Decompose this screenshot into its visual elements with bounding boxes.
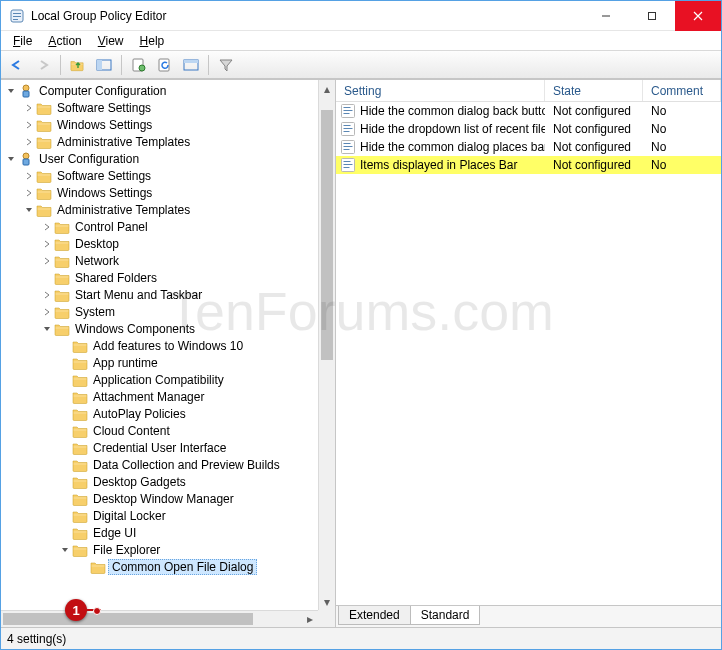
folder-icon	[72, 440, 88, 456]
forward-button[interactable]	[31, 54, 55, 76]
tree-node-user-configuration[interactable]: User Configuration	[3, 150, 335, 167]
expand-icon[interactable]	[41, 325, 53, 333]
tree-node-attachment-manager[interactable]: Attachment Manager	[3, 388, 335, 405]
expand-icon[interactable]	[41, 240, 53, 248]
expand-icon[interactable]	[23, 172, 35, 180]
minimize-button[interactable]	[583, 1, 629, 31]
expand-icon[interactable]	[59, 546, 71, 554]
menu-help[interactable]: Help	[134, 34, 171, 48]
setting-comment: No	[643, 158, 721, 172]
up-one-level-button[interactable]	[66, 54, 90, 76]
tab-extended[interactable]: Extended	[338, 606, 411, 625]
settings-list: Setting State Comment Hide the common di…	[336, 80, 721, 605]
tree-node-cloud-content[interactable]: Cloud Content	[3, 422, 335, 439]
scroll-thumb[interactable]	[321, 110, 333, 360]
settings-row[interactable]: Hide the dropdown list of recent filesNo…	[336, 120, 721, 138]
folder-icon	[36, 117, 52, 133]
show-hide-tree-button[interactable]	[92, 54, 116, 76]
svg-point-16	[23, 85, 29, 91]
setting-name: Items displayed in Places Bar	[360, 158, 517, 172]
expand-icon[interactable]	[41, 308, 53, 316]
view-tabs: Extended Standard	[336, 605, 721, 627]
expand-icon[interactable]	[23, 121, 35, 129]
svg-rect-10	[97, 60, 102, 70]
tree-node-software-settings[interactable]: Software Settings	[3, 99, 335, 116]
scroll-down-icon[interactable]: ▾	[319, 593, 335, 610]
refresh-button[interactable]	[153, 54, 177, 76]
menu-action[interactable]: Action	[42, 34, 87, 48]
policy-icon	[18, 83, 34, 99]
tree-node-add-features[interactable]: Add features to Windows 10	[3, 337, 335, 354]
menu-file[interactable]: File	[7, 34, 38, 48]
toolbar	[1, 51, 721, 79]
properties-button[interactable]	[127, 54, 151, 76]
settings-row[interactable]: Hide the common dialog back buttonNot co…	[336, 102, 721, 120]
expand-icon[interactable]	[23, 189, 35, 197]
menu-view[interactable]: View	[92, 34, 130, 48]
maximize-button[interactable]	[629, 1, 675, 31]
folder-icon	[72, 457, 88, 473]
column-header-setting[interactable]: Setting	[336, 80, 545, 101]
tree-horizontal-scrollbar[interactable]: ◂ ▸	[1, 610, 318, 627]
tree-node-start-menu-taskbar[interactable]: Start Menu and Taskbar	[3, 286, 335, 303]
expand-icon[interactable]	[41, 257, 53, 265]
tree-node-dwm[interactable]: Desktop Window Manager	[3, 490, 335, 507]
scroll-thumb[interactable]	[3, 613, 253, 625]
back-button[interactable]	[5, 54, 29, 76]
tree-node-admin-templates[interactable]: Administrative Templates	[3, 133, 335, 150]
setting-state: Not configured	[545, 104, 643, 118]
expand-icon[interactable]	[23, 138, 35, 146]
export-list-button[interactable]	[179, 54, 203, 76]
column-header-comment[interactable]: Comment	[643, 80, 721, 101]
tree-node-computer-configuration[interactable]: Computer Configuration	[3, 82, 335, 99]
tree-node-software-settings-user[interactable]: Software Settings	[3, 167, 335, 184]
tree-node-application-compatibility[interactable]: Application Compatibility	[3, 371, 335, 388]
expand-icon[interactable]	[23, 104, 35, 112]
folder-icon	[72, 525, 88, 541]
close-button[interactable]	[675, 1, 721, 31]
tree-node-credential-ui[interactable]: Credential User Interface	[3, 439, 335, 456]
tree-node-windows-components[interactable]: Windows Components	[3, 320, 335, 337]
expand-icon[interactable]	[23, 206, 35, 214]
tree-node-system[interactable]: System	[3, 303, 335, 320]
tree-node-desktop-gadgets[interactable]: Desktop Gadgets	[3, 473, 335, 490]
tree-node-shared-folders[interactable]: Shared Folders	[3, 269, 335, 286]
scroll-right-icon[interactable]: ▸	[301, 611, 318, 627]
expand-icon[interactable]	[41, 291, 53, 299]
setting-comment: No	[643, 104, 721, 118]
tree-node-windows-settings-user[interactable]: Windows Settings	[3, 184, 335, 201]
tree-node-desktop[interactable]: Desktop	[3, 235, 335, 252]
settings-row[interactable]: Items displayed in Places BarNot configu…	[336, 156, 721, 174]
tree-node-digital-locker[interactable]: Digital Locker	[3, 507, 335, 524]
tree-node-control-panel[interactable]: Control Panel	[3, 218, 335, 235]
filter-button[interactable]	[214, 54, 238, 76]
tree-node-admin-templates-user[interactable]: Administrative Templates	[3, 201, 335, 218]
tab-standard[interactable]: Standard	[410, 606, 481, 625]
tree-vertical-scrollbar[interactable]: ▴ ▾	[318, 80, 335, 610]
svg-rect-13	[159, 59, 169, 71]
tree-node-data-collection[interactable]: Data Collection and Preview Builds	[3, 456, 335, 473]
tree-node-common-open-file-dialog[interactable]: Common Open File Dialog	[3, 558, 335, 575]
tree-node-edge-ui[interactable]: Edge UI	[3, 524, 335, 541]
tree-node-file-explorer[interactable]: File Explorer	[3, 541, 335, 558]
tree-node-app-runtime[interactable]: App runtime	[3, 354, 335, 371]
expand-icon[interactable]	[41, 223, 53, 231]
window: Local Group Policy Editor File Action Vi…	[0, 0, 722, 650]
folder-icon	[72, 355, 88, 371]
settings-row[interactable]: Hide the common dialog places barNot con…	[336, 138, 721, 156]
tree-scroll[interactable]: Computer Configuration Software Settings…	[1, 80, 335, 627]
svg-rect-17	[23, 91, 29, 97]
folder-icon	[54, 270, 70, 286]
window-title: Local Group Policy Editor	[31, 9, 166, 23]
svg-rect-15	[184, 60, 198, 63]
column-header-state[interactable]: State	[545, 80, 643, 101]
tree-node-windows-settings[interactable]: Windows Settings	[3, 116, 335, 133]
scroll-up-icon[interactable]: ▴	[319, 80, 335, 97]
expand-icon[interactable]	[5, 155, 17, 163]
settings-list-header: Setting State Comment	[336, 80, 721, 102]
expand-icon[interactable]	[5, 87, 17, 95]
tree-node-autoplay-policies[interactable]: AutoPlay Policies	[3, 405, 335, 422]
folder-icon	[54, 219, 70, 235]
folder-icon	[54, 287, 70, 303]
tree-node-network[interactable]: Network	[3, 252, 335, 269]
